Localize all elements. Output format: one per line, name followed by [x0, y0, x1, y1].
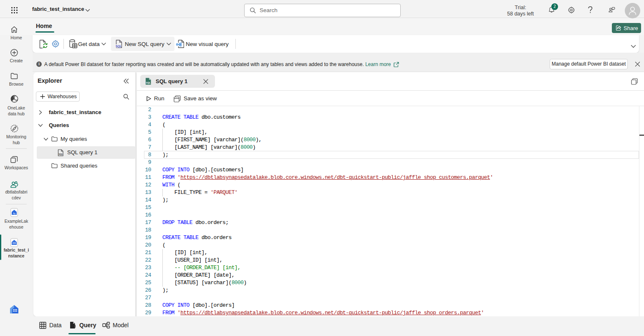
svg-text:SQL: SQL [116, 45, 122, 48]
svg-text:SQL: SQL [59, 153, 63, 155]
svg-text:SQL: SQL [146, 81, 151, 84]
